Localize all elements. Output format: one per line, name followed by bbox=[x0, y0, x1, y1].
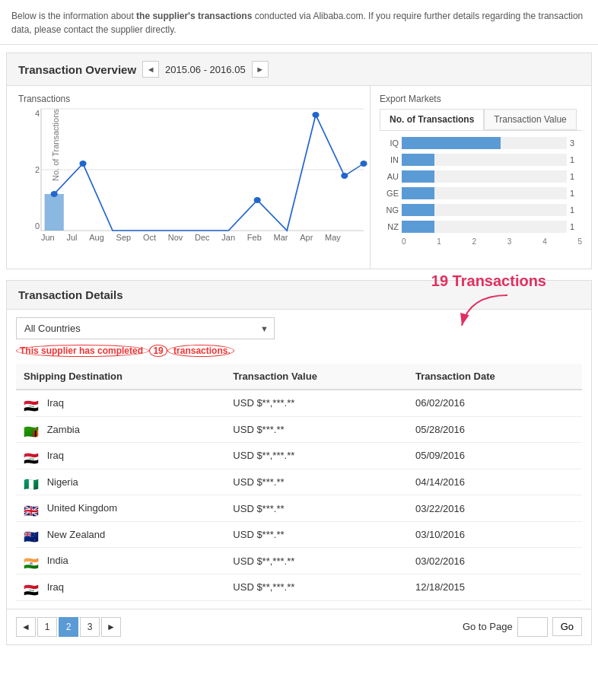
goto-label: Go to Page bbox=[463, 621, 513, 632]
x-label-may: May bbox=[325, 233, 341, 242]
cell-date-1: 05/28/2016 bbox=[408, 416, 582, 443]
cell-value-0: USD $**,***.** bbox=[225, 390, 408, 416]
bar-track-AU bbox=[402, 170, 567, 183]
bar-x-4: 4 bbox=[542, 237, 547, 246]
y-axis-labels: 0 2 4 bbox=[18, 109, 40, 231]
details-wrapper: 19 Transactions Transaction Details All … bbox=[0, 280, 598, 609]
bar-label-NZ: NZ bbox=[380, 222, 399, 231]
page-button-2[interactable]: 2 bbox=[59, 617, 78, 637]
x-label-nov: Nov bbox=[168, 233, 183, 242]
completed-text: This supplier has completed 19 transacti… bbox=[16, 345, 582, 356]
page-buttons: ◄ 1 2 3 ► bbox=[16, 617, 121, 637]
cell-destination-3: 🇳🇬 Nigeria bbox=[16, 469, 225, 495]
cell-date-2: 05/09/2016 bbox=[408, 443, 582, 469]
bar-row-GE: GE 1 bbox=[380, 187, 582, 199]
details-body: All Countries Iraq Zambia Nigeria United… bbox=[7, 310, 591, 609]
table-row: 🇮🇶 Iraq USD $**,***.** 06/02/2016 bbox=[16, 390, 582, 416]
x-label-jan: Jan bbox=[221, 233, 235, 242]
bar-fill-IQ bbox=[402, 137, 501, 149]
tab-no-of-transactions[interactable]: No. of Transactions bbox=[380, 109, 484, 130]
table-row: 🇮🇶 Iraq USD $**,***.** 12/18/2015 bbox=[16, 574, 582, 600]
country-name-5: New Zealand bbox=[47, 529, 106, 540]
details-header: Transaction Details bbox=[7, 281, 591, 310]
bar-value-GE: 1 bbox=[570, 189, 582, 198]
annotation-container: 19 Transactions Transaction Details All … bbox=[6, 280, 592, 609]
col-header-date: Transaction Date bbox=[408, 364, 582, 390]
bar-row-NZ: NZ 1 bbox=[380, 221, 582, 233]
tab-transaction-value[interactable]: Transaction Value bbox=[484, 109, 576, 130]
bar-x-3: 3 bbox=[507, 237, 512, 246]
country-select-wrapper: All Countries Iraq Zambia Nigeria United… bbox=[16, 317, 275, 339]
flag-icon-2: 🇮🇶 bbox=[24, 451, 40, 462]
x-label-feb: Feb bbox=[247, 233, 262, 242]
svg-point-10 bbox=[360, 161, 367, 167]
charts-row: Transactions 0 2 4 No. of Transactions bbox=[6, 86, 592, 269]
bar-value-NZ: 1 bbox=[570, 222, 582, 231]
x-label-mar: Mar bbox=[274, 233, 288, 242]
bar-track-GE bbox=[402, 187, 567, 199]
flag-icon-4: 🇬🇧 bbox=[24, 504, 40, 514]
bar-row-IQ: IQ 3 bbox=[380, 137, 582, 149]
next-page-button[interactable]: ► bbox=[101, 617, 121, 637]
page-button-1[interactable]: 1 bbox=[37, 617, 57, 637]
transaction-overview-header: Transaction Overview ◄ 2015.06 - 2016.05… bbox=[6, 52, 592, 86]
line-chart-panel: Transactions 0 2 4 No. of Transactions bbox=[7, 86, 371, 269]
overview-title: Transaction Overview bbox=[18, 63, 136, 76]
bar-fill-AU bbox=[402, 170, 434, 183]
cell-destination-2: 🇮🇶 Iraq bbox=[16, 443, 225, 469]
country-select[interactable]: All Countries Iraq Zambia Nigeria United… bbox=[16, 317, 275, 339]
page-button-3[interactable]: 3 bbox=[80, 617, 100, 637]
line-chart-svg bbox=[41, 109, 364, 231]
cell-date-7: 12/18/2015 bbox=[408, 574, 582, 600]
bar-fill-NZ bbox=[402, 221, 434, 233]
y-label-2: 2 bbox=[18, 165, 40, 174]
bar-label-IN: IN bbox=[380, 155, 399, 164]
info-text-bold: the supplier's transactions bbox=[136, 11, 252, 21]
bar-x-2: 2 bbox=[472, 237, 477, 246]
y-label-4: 4 bbox=[18, 109, 40, 118]
country-name-3: Nigeria bbox=[47, 476, 78, 488]
prev-page-button[interactable]: ◄ bbox=[16, 617, 36, 637]
date-range-label: 2015.06 - 2016.05 bbox=[165, 64, 246, 75]
svg-point-9 bbox=[341, 173, 348, 179]
flag-icon-5: 🇳🇿 bbox=[24, 530, 40, 540]
bar-x-5: 5 bbox=[577, 237, 582, 246]
x-label-jul: Jul bbox=[66, 233, 77, 242]
bar-row-IN: IN 1 bbox=[380, 154, 582, 166]
bar-value-AU: 1 bbox=[570, 172, 582, 181]
cell-value-7: USD $**,***.** bbox=[225, 574, 408, 600]
table-row: 🇮🇶 Iraq USD $**,***.** 05/09/2016 bbox=[16, 443, 582, 469]
export-markets-panel: Export Markets No. of Transactions Trans… bbox=[371, 86, 591, 269]
bar-fill-GE bbox=[402, 187, 434, 199]
completed-suffix: transactions. bbox=[167, 345, 234, 357]
goto-input[interactable] bbox=[517, 617, 548, 637]
table-row: 🇳🇿 New Zealand USD $***.** 03/10/2016 bbox=[16, 521, 582, 548]
x-label-dec: Dec bbox=[195, 233, 210, 242]
bar-label-NG: NG bbox=[380, 205, 399, 215]
bar-value-IQ: 3 bbox=[570, 138, 582, 148]
cell-destination-5: 🇳🇿 New Zealand bbox=[16, 521, 225, 548]
x-label-sep: Sep bbox=[116, 233, 132, 242]
x-axis-labels: Jun Jul Aug Sep Oct Nov Dec Jan Feb Mar … bbox=[41, 231, 341, 244]
country-name-7: Iraq bbox=[47, 581, 64, 593]
bar-label-AU: AU bbox=[380, 172, 399, 181]
next-period-button[interactable]: ► bbox=[252, 61, 269, 78]
top-info-bar: Below is the information about the suppl… bbox=[0, 0, 598, 45]
country-name-1: Zambia bbox=[47, 424, 80, 435]
bar-x-0: 0 bbox=[402, 237, 406, 246]
bar-track-NZ bbox=[402, 221, 567, 233]
bar-value-NG: 1 bbox=[570, 205, 582, 215]
cell-date-4: 03/22/2016 bbox=[408, 495, 582, 522]
country-name-4: United Kingdom bbox=[47, 502, 118, 514]
svg-point-6 bbox=[79, 161, 86, 167]
go-button[interactable]: Go bbox=[552, 617, 582, 636]
cell-destination-6: 🇮🇳 India bbox=[16, 548, 225, 574]
transactions-table: Shipping Destination Transaction Value T… bbox=[16, 364, 582, 601]
x-label-apr: Apr bbox=[300, 233, 313, 242]
x-label-jun: Jun bbox=[41, 233, 55, 242]
prev-period-button[interactable]: ◄ bbox=[142, 61, 159, 78]
cell-date-5: 03/10/2016 bbox=[408, 521, 582, 548]
svg-point-7 bbox=[254, 197, 261, 203]
bar-row-AU: AU 1 bbox=[380, 170, 582, 183]
transaction-details-section: Transaction Details All Countries Iraq Z… bbox=[6, 280, 592, 609]
